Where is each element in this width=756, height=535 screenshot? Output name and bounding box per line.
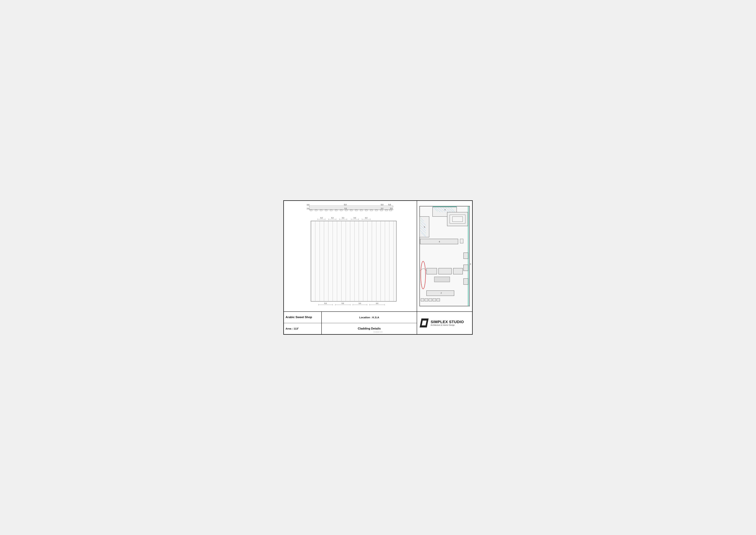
location-cell: Location : K.S.A: [322, 312, 417, 323]
svg-text:5.0: 5.0: [388, 204, 391, 206]
svg-text:5.0: 5.0: [341, 302, 344, 304]
watermark: mostaqil.com: [373, 331, 383, 333]
svg-text:5.0: 5.0: [390, 208, 392, 209]
svg-rect-1: [309, 206, 393, 207]
svg-text:5.0: 5.0: [376, 302, 378, 304]
svg-rect-120: [429, 298, 432, 301]
drawing-title-cell: Cladding Details: [322, 323, 417, 334]
svg-rect-111: [453, 268, 463, 274]
simplex-icon-inner: [422, 321, 426, 325]
svg-rect-123: [468, 206, 469, 306]
svg-text:3: 3: [470, 263, 471, 265]
svg-text:5: 5: [424, 226, 425, 228]
svg-rect-126: [433, 206, 457, 207]
svg-text:5.0: 5.0: [365, 217, 367, 219]
svg-text:5.0: 5.0: [354, 217, 356, 219]
project-name-cell: Arabic Sweet Shop: [284, 312, 321, 323]
svg-text:5.0: 5.0: [342, 217, 344, 219]
svg-text:6: 6: [439, 240, 440, 243]
svg-text:5.0: 5.0: [324, 302, 327, 304]
svg-text:5.0: 5.0: [344, 204, 346, 206]
drawing-info: Location : K.S.A Cladding Details: [322, 312, 417, 334]
project-name: Arabic Sweet Shop: [285, 315, 312, 319]
project-area: Area : 1132: [285, 327, 299, 330]
page: 3.0 5.0 5.0 5.0 2.0: [283, 200, 473, 335]
main-area: 3.0 5.0 5.0 5.0 2.0: [284, 201, 472, 312]
left-panel: 3.0 5.0 5.0 5.0 2.0: [284, 201, 417, 311]
svg-rect-109: [426, 268, 437, 274]
svg-rect-116: [426, 291, 454, 296]
svg-rect-37: [311, 221, 396, 301]
project-area-cell: Area : 1132: [284, 323, 321, 334]
simplex-icon: [420, 319, 429, 327]
svg-rect-113: [464, 253, 468, 259]
svg-rect-105: [452, 216, 463, 222]
company-logo-area: SIMPLEX STUDIO Architecture & Interior D…: [417, 312, 472, 334]
svg-text:4: 4: [445, 209, 446, 211]
svg-text:3.0: 3.0: [307, 204, 309, 206]
svg-text:5.0: 5.0: [320, 217, 323, 219]
drawing-title: Cladding Details: [358, 327, 381, 330]
svg-rect-114: [464, 265, 468, 271]
svg-text:2: 2: [441, 292, 442, 294]
svg-rect-119: [425, 298, 428, 301]
svg-rect-122: [437, 298, 440, 301]
svg-rect-115: [464, 278, 468, 285]
svg-text:5.0: 5.0: [331, 217, 334, 219]
company-subtitle: Architecture & Interior Design: [431, 324, 464, 326]
svg-rect-118: [421, 298, 424, 301]
svg-text:5.0: 5.0: [359, 302, 361, 304]
company-name: SIMPLEX STUDIO: [431, 320, 464, 324]
project-info: Arabic Sweet Shop Area : 1132: [284, 312, 322, 334]
drawing-area: 3.0 5.0 5.0 5.0 2.0: [284, 201, 417, 311]
svg-rect-108: [460, 239, 463, 243]
company-text: SIMPLEX STUDIO Architecture & Interior D…: [431, 320, 464, 326]
location-label: Location : K.S.A: [359, 316, 379, 319]
svg-rect-110: [439, 268, 451, 274]
svg-rect-121: [433, 298, 436, 301]
svg-rect-112: [434, 277, 450, 282]
svg-text:2.0: 2.0: [307, 208, 309, 210]
svg-text:5.0: 5.0: [381, 208, 383, 209]
right-panel: 4 5 6: [417, 201, 472, 311]
svg-text:5.0: 5.0: [381, 204, 383, 206]
title-block: Arabic Sweet Shop Area : 1132 Location :…: [284, 312, 472, 334]
svg-text:5.0: 5.0: [344, 208, 347, 209]
